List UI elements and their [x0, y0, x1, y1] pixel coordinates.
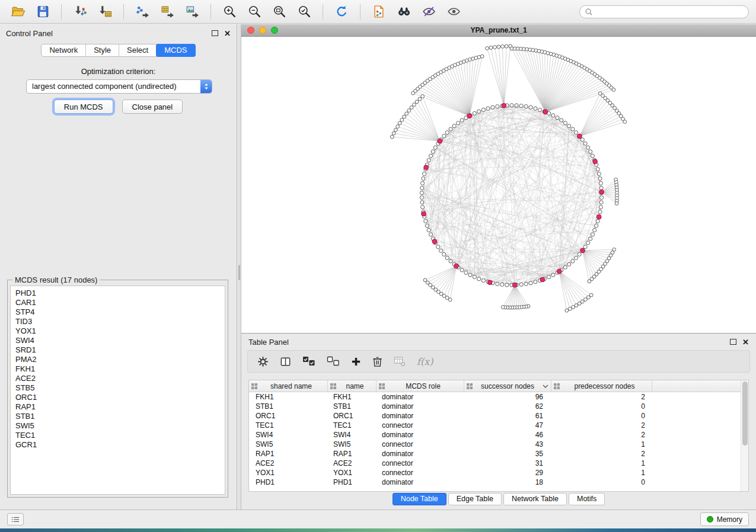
import-table-icon [98, 4, 113, 19]
table-cell: TEC1 [249, 421, 328, 430]
mcds-result-item[interactable]: PMA2 [15, 355, 220, 364]
table-cell: STB1 [328, 402, 377, 411]
zoom-selected-button[interactable] [294, 3, 315, 21]
mcds-result-item[interactable]: GCR1 [15, 440, 220, 450]
toggle-panel-button[interactable] [7, 513, 24, 525]
zoom-fit-button[interactable] [269, 3, 290, 21]
refresh-button[interactable] [331, 3, 352, 21]
table-scrollbar[interactable] [741, 380, 748, 491]
graphics-details-button[interactable] [418, 3, 439, 21]
export-image-button[interactable] [181, 3, 203, 21]
import-network-button[interactable] [69, 3, 91, 21]
table-settings-button[interactable] [257, 356, 269, 367]
column-header-successor-nodes[interactable]: successor nodes [464, 380, 551, 392]
close-panel-button[interactable]: Close panel [122, 100, 183, 114]
column-header-shared-name[interactable]: shared name [249, 380, 328, 392]
table-row[interactable]: PHD1PHD1dominator180 [249, 477, 741, 487]
tab-network[interactable]: Network [42, 44, 86, 56]
table-row[interactable]: ACE2ACE2connector311 [249, 459, 741, 468]
float-panel-icon[interactable] [212, 30, 218, 36]
table-row[interactable]: ORC1ORC1dominator610 [249, 411, 741, 421]
run-mcds-button[interactable]: Run MCDS [54, 100, 113, 114]
table-row[interactable]: STB1STB1dominator620 [249, 402, 741, 411]
table-cell: 43 [464, 440, 551, 449]
show-columns-button[interactable] [280, 356, 291, 367]
find-button[interactable] [393, 3, 414, 21]
window-zoom-button[interactable] [271, 27, 278, 34]
mcds-result-item[interactable]: STB1 [15, 412, 220, 421]
tab-motifs[interactable]: Motifs [569, 493, 605, 505]
mcds-result-list[interactable]: PHD1CAR1STP4TID3YOX1SWI4SRD1PMA2FKH1ACE2… [10, 286, 225, 495]
memory-status-icon [707, 516, 713, 523]
table-cell: 31 [464, 459, 551, 468]
column-header-predecessor-nodes[interactable]: predecessor nodes [551, 380, 652, 392]
window-close-button[interactable] [247, 27, 254, 34]
add-column-button[interactable] [351, 357, 361, 367]
save-session-button[interactable] [32, 3, 53, 21]
window-minimize-button[interactable] [259, 27, 266, 34]
tab-select[interactable]: Select [119, 44, 157, 56]
table-cell: RAP1 [249, 449, 328, 459]
mcds-result-item[interactable]: TID3 [15, 317, 220, 326]
mcds-result-item[interactable]: TEC1 [15, 431, 220, 440]
mcds-result-item[interactable]: SWI5 [15, 421, 220, 431]
tab-node-table[interactable]: Node Table [393, 493, 446, 505]
import-network-icon [73, 4, 88, 19]
mcds-result-item[interactable]: ORC1 [15, 393, 220, 402]
export-table-button[interactable] [157, 3, 178, 21]
column-header-name[interactable]: name [328, 380, 377, 392]
tab-style[interactable]: Style [86, 44, 119, 56]
mcds-result-item[interactable]: SRD1 [15, 345, 220, 355]
share-document-button[interactable] [368, 3, 390, 21]
tab-mcds[interactable]: MCDS [156, 44, 195, 57]
network-graph[interactable] [241, 37, 756, 333]
network-view[interactable] [241, 37, 756, 333]
table-row[interactable]: FKH1FKH1dominator962 [249, 392, 741, 402]
table-row[interactable]: YOX1YOX1connector291 [249, 468, 741, 477]
mcds-result-item[interactable]: PHD1 [15, 289, 220, 298]
delete-column-button[interactable] [372, 356, 382, 367]
select-all-button[interactable] [302, 356, 315, 367]
mcds-result-item[interactable]: STP4 [15, 307, 220, 317]
table-row[interactable]: RAP1RAP1dominator352 [249, 449, 741, 459]
table-row[interactable]: SWI4SWI4dominator462 [249, 430, 741, 440]
mcds-result-item[interactable]: SWI4 [15, 336, 220, 345]
mcds-result-item[interactable]: ACE2 [15, 374, 220, 383]
zoom-out-button[interactable] [244, 3, 265, 21]
control-panel-tabs: Network Style Select MCDS [0, 44, 237, 57]
select-all-icon [302, 356, 315, 367]
memory-button[interactable]: Memory [700, 512, 749, 526]
fx-icon: f(x) [417, 356, 433, 367]
mcds-result-item[interactable]: RAP1 [15, 402, 220, 412]
close-panel-icon[interactable]: ✕ [224, 30, 231, 37]
export-network-button[interactable] [132, 3, 153, 21]
import-table-button[interactable] [94, 3, 116, 21]
function-builder-button[interactable]: f(x) [417, 356, 433, 367]
optimization-criterion-select[interactable]: largest connected component (undirected) [26, 79, 212, 94]
column-header-mcds-role[interactable]: MCDS role [377, 380, 464, 392]
tab-edge-table[interactable]: Edge Table [448, 493, 502, 505]
mcds-result-item[interactable]: FKH1 [15, 364, 220, 374]
mcds-result-item[interactable]: STB5 [15, 383, 220, 393]
search-input[interactable] [596, 7, 744, 17]
clear-table-button-disabled[interactable] [394, 356, 406, 367]
network-window-titlebar[interactable]: YPA_prune.txt_1 [241, 24, 756, 37]
table-cell: 2 [551, 392, 652, 402]
scrollbar-thumb[interactable] [742, 382, 748, 446]
network-window: YPA_prune.txt_1 [241, 24, 756, 334]
show-hide-button[interactable] [443, 3, 464, 21]
tab-network-table[interactable]: Network Table [503, 493, 567, 505]
graphics-details-icon [422, 4, 436, 19]
float-panel-icon[interactable] [730, 339, 736, 345]
table-tabs: Node Table Edge Table Network Table Moti… [241, 493, 756, 505]
mcds-result-title: MCDS result (17 nodes) [12, 275, 100, 284]
table-row[interactable]: SWI5SWI5connector431 [249, 440, 741, 449]
zoom-selected-icon [297, 4, 312, 19]
close-panel-icon[interactable]: ✕ [742, 338, 749, 346]
zoom-in-button[interactable] [219, 3, 240, 21]
open-session-button[interactable] [7, 3, 28, 21]
mcds-result-item[interactable]: YOX1 [15, 326, 220, 336]
mcds-result-item[interactable]: CAR1 [15, 298, 220, 307]
table-row[interactable]: TEC1TEC1connector472 [249, 421, 741, 430]
deselect-all-button[interactable] [327, 356, 340, 367]
